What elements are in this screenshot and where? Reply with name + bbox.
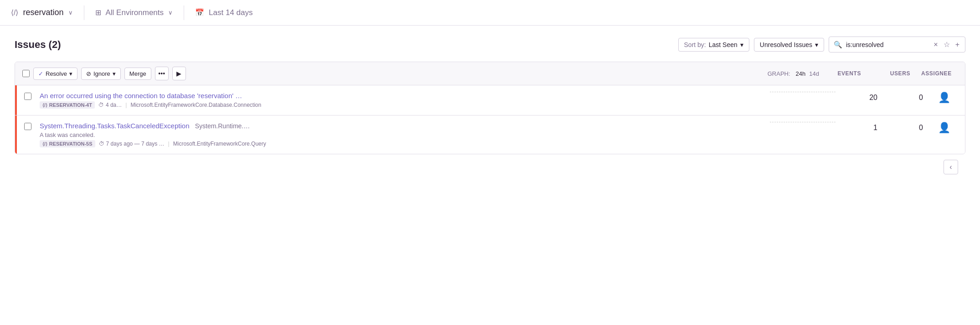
issue-title-link[interactable]: An error occurred using the connection t… [40, 92, 766, 100]
issue-stats: 20 0 👤 [839, 92, 958, 104]
check-icon: ✓ [38, 70, 43, 77]
pagination-area: ‹ [15, 154, 965, 174]
more-button[interactable]: ••• [155, 67, 169, 80]
resolve-chevron: ▾ [69, 70, 72, 77]
issue-subtitle: A task was canceled. [40, 131, 766, 138]
issue-checkbox[interactable] [24, 123, 31, 130]
bookmark-search-button[interactable]: ☆ [943, 39, 951, 50]
more-icon: ••• [158, 70, 165, 77]
graph-dash-line [770, 122, 836, 122]
issue-title-extra: System.Runtime.… [195, 122, 250, 130]
date-icon: 📅 [195, 8, 204, 17]
code-icon-sm: ⟨/⟩ [42, 142, 47, 147]
clock-icon: ⏱ [98, 102, 104, 108]
issue-tag: ⟨/⟩ RESERVATION-5S [40, 140, 95, 147]
issue-tag: ⟨/⟩ RESERVATION-4T [40, 101, 95, 109]
graph-label-text: GRAPH: [768, 70, 790, 77]
date-label: Last 14 days [209, 8, 253, 17]
select-all-checkbox-wrap [22, 70, 30, 77]
issue-events: 20 [839, 94, 885, 102]
top-bar: ⟨/⟩ reservation ∨ ⊞ All Environments ∨ 📅… [0, 0, 980, 26]
sort-label: Sort by: [684, 41, 706, 48]
issues-title: Issues (2) [15, 39, 61, 51]
issue-tag-label: RESERVATION-5S [49, 141, 93, 147]
time-14d: 14d [809, 70, 819, 77]
date-selector[interactable]: 📅 Last 14 days [184, 8, 263, 17]
code-icon-sm: ⟨/⟩ [42, 103, 47, 108]
issue-module: Microsoft.EntityFrameworkCore.Database.C… [130, 102, 261, 108]
pagination-prev-button[interactable]: ‹ [944, 160, 958, 174]
project-selector[interactable]: ⟨/⟩ reservation ∨ [11, 8, 84, 17]
play-icon: ▶ [176, 70, 181, 77]
clear-search-button[interactable]: × [933, 40, 939, 50]
issue-time-label: 7 days ago — 7 days … [106, 141, 165, 147]
add-search-button[interactable]: + [954, 40, 960, 50]
issue-users: 0 [885, 124, 930, 132]
table-row: System.Threading.Tasks.TaskCanceledExcep… [15, 115, 965, 154]
project-chevron: ∨ [68, 9, 73, 16]
assign-icon[interactable]: 👤 [938, 122, 950, 134]
clock-icon: ⏱ [99, 141, 104, 147]
play-button[interactable]: ▶ [172, 67, 186, 80]
search-bar: 🔍 × ☆ + [829, 37, 965, 52]
sort-chevron: ▾ [740, 41, 743, 48]
issue-title-main: System.Threading.Tasks.TaskCanceledExcep… [40, 122, 190, 130]
issue-checkbox[interactable] [24, 93, 31, 100]
meta-divider: | [168, 141, 170, 147]
issue-checkbox-wrap [24, 123, 31, 131]
control-bar: Sort by: Last Seen ▾ Unresolved Issues ▾… [678, 37, 965, 52]
assign-cell: 👤 [930, 122, 958, 134]
issue-time: ⏱ 7 days ago — 7 days … [99, 141, 165, 147]
project-name: reservation [23, 8, 63, 17]
search-input[interactable] [846, 41, 929, 48]
ignore-icon: ⊘ [86, 70, 91, 77]
issue-module: Microsoft.EntityFrameworkCore.Query [173, 141, 266, 147]
sort-value: Last Seen [709, 41, 738, 48]
sort-button[interactable]: Sort by: Last Seen ▾ [678, 38, 749, 52]
issue-checkbox-wrap [24, 93, 31, 101]
issue-meta: ⟨/⟩ RESERVATION-4T ⏱ 4 da… | Microsoft.E… [40, 101, 766, 109]
resolve-button[interactable]: ✓ Resolve ▾ [33, 68, 77, 80]
assign-cell: 👤 [930, 92, 958, 104]
graph-dash-line [770, 92, 836, 92]
issue-time: ⏱ 4 da… [98, 102, 122, 108]
merge-label: Merge [129, 70, 146, 77]
resolve-label: Resolve [46, 70, 67, 77]
issue-info: An error occurred using the connection t… [36, 92, 766, 109]
issues-table: ✓ Resolve ▾ ⊘ Ignore ▾ Merge ••• ▶ GRAPH… [15, 62, 965, 154]
issue-graph [766, 122, 839, 122]
env-selector[interactable]: ⊞ All Environments ∨ [84, 8, 184, 17]
main-content: Issues (2) Sort by: Last Seen ▾ Unresolv… [0, 26, 980, 185]
ignore-label: Ignore [93, 70, 110, 77]
env-chevron: ∨ [168, 9, 173, 16]
graph-timeframes: 24h 14d [796, 70, 819, 77]
ignore-button[interactable]: ⊘ Ignore ▾ [81, 68, 121, 80]
issue-meta: ⟨/⟩ RESERVATION-5S ⏱ 7 days ago — 7 days… [40, 140, 766, 147]
env-label: All Environments [106, 8, 164, 17]
ignore-chevron: ▾ [113, 70, 116, 77]
assign-icon[interactable]: 👤 [938, 92, 950, 104]
search-actions: × ☆ + [933, 39, 960, 50]
select-all-checkbox[interactable] [22, 70, 30, 77]
issue-stripe [15, 115, 17, 154]
meta-divider: | [125, 102, 127, 108]
time-24h: 24h [796, 70, 806, 77]
filter-button[interactable]: Unresolved Issues ▾ [754, 38, 824, 52]
filter-label: Unresolved Issues [760, 41, 812, 48]
issue-events: 1 [839, 124, 885, 132]
issue-info: System.Threading.Tasks.TaskCanceledExcep… [36, 122, 766, 147]
search-icon: 🔍 [834, 41, 842, 49]
env-icon: ⊞ [95, 8, 101, 17]
col-assignee-header: ASSIGNEE [921, 70, 958, 77]
col-users-header: USERS [872, 70, 918, 77]
table-toolbar: ✓ Resolve ▾ ⊘ Ignore ▾ Merge ••• ▶ GRAPH… [15, 62, 965, 85]
issue-row-left: System.Threading.Tasks.TaskCanceledExcep… [24, 122, 766, 147]
merge-button[interactable]: Merge [124, 68, 151, 80]
issue-row-left: An error occurred using the connection t… [24, 92, 766, 109]
issue-title-link[interactable]: System.Threading.Tasks.TaskCanceledExcep… [40, 122, 766, 130]
table-row: An error occurred using the connection t… [15, 85, 965, 115]
issue-tag-label: RESERVATION-4T [49, 102, 92, 108]
issue-stats: 1 0 👤 [839, 122, 958, 134]
issue-users: 0 [885, 94, 930, 102]
issue-time-label: 4 da… [106, 102, 122, 108]
